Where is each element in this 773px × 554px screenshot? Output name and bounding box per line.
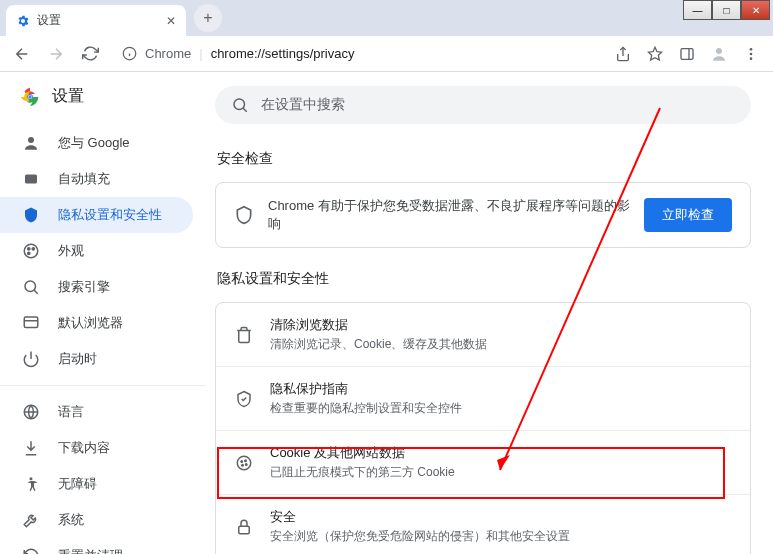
person-icon xyxy=(22,134,40,152)
settings-search[interactable]: 在设置中搜索 xyxy=(215,86,751,124)
sidebar-item-label: 外观 xyxy=(58,242,84,260)
svg-point-16 xyxy=(28,248,30,250)
trash-icon xyxy=(234,326,254,344)
shield-icon xyxy=(22,206,40,224)
profile-icon[interactable] xyxy=(705,40,733,68)
toolbar: Chrome | chrome://settings/privacy xyxy=(0,36,773,72)
svg-point-24 xyxy=(30,477,33,480)
svg-point-29 xyxy=(237,456,251,470)
safety-check-card: Chrome 有助于保护您免受数据泄露、不良扩展程序等问题的影响 立即检查 xyxy=(215,182,751,248)
row-clear-data[interactable]: 清除浏览数据 清除浏览记录、Cookie、缓存及其他数据 xyxy=(216,303,750,366)
sidebar-item-label: 搜索引擎 xyxy=(58,278,110,296)
sidebar-item-label: 下载内容 xyxy=(58,439,110,457)
svg-rect-21 xyxy=(24,317,38,328)
chrome-logo-icon xyxy=(20,87,40,107)
scheme-badge: Chrome xyxy=(145,46,191,61)
accessibility-icon xyxy=(22,475,40,493)
section-title-privacy: 隐私设置和安全性 xyxy=(217,270,751,288)
forward-button[interactable] xyxy=(42,40,70,68)
sidebar-item-label: 启动时 xyxy=(58,350,97,368)
svg-rect-14 xyxy=(25,175,37,184)
sidebar-item-you-and-google[interactable]: 您与 Google xyxy=(0,125,193,161)
svg-point-13 xyxy=(28,137,34,143)
lock-icon xyxy=(234,518,254,536)
tab-strip: 设置 ✕ + xyxy=(0,0,773,36)
row-privacy-guide[interactable]: 隐私保护指南 检查重要的隐私控制设置和安全控件 xyxy=(216,366,750,430)
search-placeholder: 在设置中搜索 xyxy=(261,96,345,114)
autofill-icon xyxy=(22,170,40,188)
sidebar-item-system[interactable]: 系统 xyxy=(0,502,193,538)
maximize-button[interactable]: □ xyxy=(712,0,741,20)
sidebar-item-label: 无障碍 xyxy=(58,475,97,493)
menu-icon[interactable] xyxy=(737,40,765,68)
sidebar-item-label: 自动填充 xyxy=(58,170,110,188)
share-icon[interactable] xyxy=(609,40,637,68)
safety-check-desc: Chrome 有助于保护您免受数据泄露、不良扩展程序等问题的影响 xyxy=(268,197,630,233)
app-title-row: 设置 xyxy=(0,72,205,121)
side-panel-icon[interactable] xyxy=(673,40,701,68)
main-panel: 在设置中搜索 安全检查 Chrome 有助于保护您免受数据泄露、不良扩展程序等问… xyxy=(205,72,773,554)
row-title: 隐私保护指南 xyxy=(270,380,732,398)
row-security[interactable]: 安全 安全浏览（保护您免受危险网站的侵害）和其他安全设置 xyxy=(216,494,750,554)
site-info-icon[interactable] xyxy=(122,46,137,61)
row-desc: 安全浏览（保护您免受危险网站的侵害）和其他安全设置 xyxy=(270,528,732,545)
sidebar-item-accessibility[interactable]: 无障碍 xyxy=(0,466,193,502)
search-icon xyxy=(231,96,249,114)
sidebar-item-startup[interactable]: 启动时 xyxy=(0,341,193,377)
tab-title: 设置 xyxy=(37,12,61,29)
svg-line-20 xyxy=(34,290,38,294)
sidebar-item-default-browser[interactable]: 默认浏览器 xyxy=(0,305,193,341)
sidebar-item-privacy[interactable]: 隐私设置和安全性 xyxy=(0,197,193,233)
minimize-button[interactable]: — xyxy=(683,0,712,20)
row-desc: 清除浏览记录、Cookie、缓存及其他数据 xyxy=(270,336,732,353)
sidebar-item-search[interactable]: 搜索引擎 xyxy=(0,269,193,305)
svg-point-8 xyxy=(750,57,753,60)
sidebar-item-label: 系统 xyxy=(58,511,84,529)
svg-point-6 xyxy=(750,48,753,51)
back-button[interactable] xyxy=(8,40,36,68)
search-icon xyxy=(22,278,40,296)
tab-close-icon[interactable]: ✕ xyxy=(166,14,176,28)
guide-icon xyxy=(234,390,254,408)
sidebar: 设置 您与 Google 自动填充 隐私设置和安全性 外观 搜索引擎 xyxy=(0,72,205,554)
svg-line-28 xyxy=(243,108,247,112)
globe-icon xyxy=(22,403,40,421)
row-cookies[interactable]: Cookie 及其他网站数据 已阻止无痕模式下的第三方 Cookie xyxy=(216,430,750,494)
sidebar-item-autofill[interactable]: 自动填充 xyxy=(0,161,193,197)
row-title: Cookie 及其他网站数据 xyxy=(270,444,732,462)
svg-point-18 xyxy=(28,252,30,254)
svg-point-7 xyxy=(750,52,753,55)
close-window-button[interactable]: ✕ xyxy=(741,0,770,20)
new-tab-button[interactable]: + xyxy=(194,4,222,32)
sidebar-item-languages[interactable]: 语言 xyxy=(0,394,193,430)
privacy-rows-card: 清除浏览数据 清除浏览记录、Cookie、缓存及其他数据 隐私保护指南 检查重要… xyxy=(215,302,751,554)
sidebar-item-label: 语言 xyxy=(58,403,84,421)
svg-rect-34 xyxy=(239,526,250,534)
sidebar-item-label: 您与 Google xyxy=(58,134,130,152)
row-desc: 检查重要的隐私控制设置和安全控件 xyxy=(270,400,732,417)
sidebar-item-label: 隐私设置和安全性 xyxy=(58,206,162,224)
browser-tab[interactable]: 设置 ✕ xyxy=(6,5,186,36)
svg-point-33 xyxy=(246,463,248,465)
shield-icon xyxy=(234,205,254,225)
separator: | xyxy=(199,46,202,61)
reset-icon xyxy=(22,547,40,554)
cookie-icon xyxy=(234,454,254,472)
reload-button[interactable] xyxy=(76,40,104,68)
sidebar-item-label: 默认浏览器 xyxy=(58,314,123,332)
safety-check-button[interactable]: 立即检查 xyxy=(644,198,732,232)
sidebar-item-appearance[interactable]: 外观 xyxy=(0,233,193,269)
power-icon xyxy=(22,350,40,368)
svg-marker-2 xyxy=(648,47,661,60)
address-bar[interactable]: Chrome | chrome://settings/privacy xyxy=(110,40,603,68)
sidebar-item-reset[interactable]: 重置并清理 xyxy=(0,538,193,554)
palette-icon xyxy=(22,242,40,260)
sidebar-item-downloads[interactable]: 下载内容 xyxy=(0,430,193,466)
svg-point-12 xyxy=(28,95,31,98)
row-desc: 已阻止无痕模式下的第三方 Cookie xyxy=(270,464,732,481)
gear-icon xyxy=(16,14,30,28)
app-title: 设置 xyxy=(52,86,84,107)
bookmark-icon[interactable] xyxy=(641,40,669,68)
svg-point-17 xyxy=(32,248,34,250)
svg-point-32 xyxy=(242,464,244,466)
